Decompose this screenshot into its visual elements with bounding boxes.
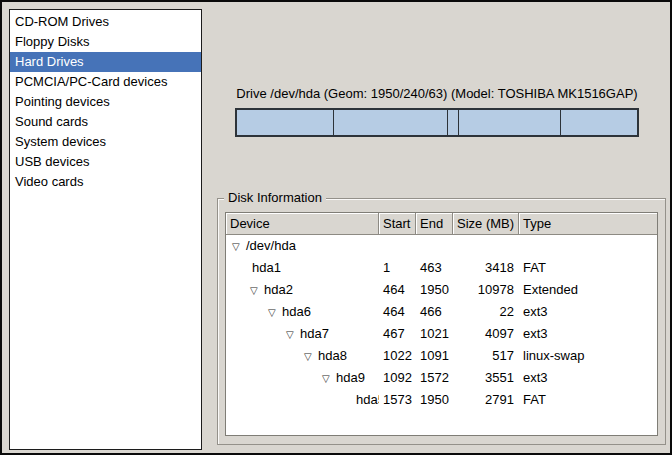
disk-information-frame: Disk Information DeviceStartEndSize (MB)…: [217, 198, 666, 445]
device-name: hda7: [300, 326, 329, 341]
cell-type: linux-swap: [519, 345, 657, 367]
table-row-hda8[interactable]: ▽hda810221091517linux-swap: [226, 345, 657, 367]
cell-start: 464: [379, 279, 416, 301]
tree-expander-icon[interactable]: ▽: [304, 346, 318, 367]
cell-end: 463: [416, 257, 453, 279]
column-header-type[interactable]: Type: [519, 213, 657, 234]
tree-expander-icon[interactable]: ▽: [268, 302, 282, 323]
partition-segment-hda9: [459, 110, 561, 135]
cell-type: ext3: [519, 323, 657, 345]
cell-start: 1022: [379, 345, 416, 367]
cell-type: ext3: [519, 367, 657, 389]
sidebar-item-video-cards[interactable]: Video cards: [10, 172, 201, 192]
cell-type: [519, 235, 657, 257]
partition-segment-hda7: [334, 110, 448, 135]
cell-size: 10978: [453, 279, 519, 301]
partition-segment-hda1: [237, 110, 334, 135]
device-name: hda1: [252, 260, 281, 275]
cell-size: [453, 235, 519, 257]
cell-end: 1950: [416, 279, 453, 301]
partition-segment-hda8: [448, 110, 459, 135]
column-header-start[interactable]: Start: [379, 213, 416, 234]
cell-start: 1092: [379, 367, 416, 389]
cell-type: Extended: [519, 279, 657, 301]
device-name: hda2: [264, 282, 293, 297]
device-name: /dev/hda: [246, 238, 296, 253]
device-name: hda6: [282, 304, 311, 319]
device-category-list: CD-ROM DrivesFloppy DisksHard DrivesPCMC…: [9, 9, 202, 450]
cell-type: FAT: [519, 257, 657, 279]
device-name: hda8: [318, 348, 347, 363]
cell-type: FAT: [519, 389, 657, 411]
cell-type: ext3: [519, 301, 657, 323]
table-row-hda2[interactable]: ▽hda2464195010978Extended: [226, 279, 657, 301]
cell-device: ▽hda2: [226, 279, 379, 301]
sidebar-item-pointing-devices[interactable]: Pointing devices: [10, 92, 201, 112]
cell-end: 466: [416, 301, 453, 323]
device-name: hda5: [356, 392, 379, 407]
disk-table: DeviceStartEndSize (MB)Type ▽/dev/hdahda…: [225, 212, 658, 436]
cell-start: 464: [379, 301, 416, 323]
frame-title: Disk Information: [224, 190, 326, 206]
cell-device: hda1: [226, 257, 379, 279]
cell-start: 1: [379, 257, 416, 279]
cell-end: [416, 235, 453, 257]
drive-partition-bar: [235, 108, 639, 137]
cell-size: 3551: [453, 367, 519, 389]
sidebar-item-sound-cards[interactable]: Sound cards: [10, 112, 201, 132]
device-name: hda9: [336, 370, 365, 385]
cell-end: 1021: [416, 323, 453, 345]
table-row-dev-hda[interactable]: ▽/dev/hda: [226, 235, 657, 257]
cell-size: 4097: [453, 323, 519, 345]
cell-device: ▽hda6: [226, 301, 379, 323]
tree-expander-icon[interactable]: ▽: [250, 280, 264, 301]
table-row-hda6[interactable]: ▽hda646446622ext3: [226, 301, 657, 323]
sidebar-item-pcmcia-pc-card-devices[interactable]: PCMCIA/PC-Card devices: [10, 72, 201, 92]
sidebar-item-usb-devices[interactable]: USB devices: [10, 152, 201, 172]
disk-table-body: ▽/dev/hdahda114633418FAT▽hda246419501097…: [226, 235, 657, 435]
drive-info-label: Drive /dev/hda (Geom: 1950/240/63) (Mode…: [227, 86, 647, 101]
tree-expander-icon[interactable]: ▽: [322, 368, 336, 389]
sidebar-item-system-devices[interactable]: System devices: [10, 132, 201, 152]
cell-device: ▽hda8: [226, 345, 379, 367]
table-row-hda9[interactable]: ▽hda9109215723551ext3: [226, 367, 657, 389]
sidebar-item-hard-drives[interactable]: Hard Drives: [10, 52, 201, 72]
cell-start: 1573: [379, 389, 416, 411]
sidebar-item-cd-rom-drives[interactable]: CD-ROM Drives: [10, 12, 201, 32]
sidebar-item-floppy-disks[interactable]: Floppy Disks: [10, 32, 201, 52]
column-header-device[interactable]: Device: [226, 213, 379, 234]
cell-size: 517: [453, 345, 519, 367]
cell-size: 3418: [453, 257, 519, 279]
column-header-size-mb[interactable]: Size (MB): [453, 213, 519, 234]
cell-size: 22: [453, 301, 519, 323]
cell-end: 1091: [416, 345, 453, 367]
cell-end: 1572: [416, 367, 453, 389]
cell-device: ▽/dev/hda: [226, 235, 379, 257]
cell-start: [379, 235, 416, 257]
cell-device: ▽hda7: [226, 323, 379, 345]
table-row-hda1[interactable]: hda114633418FAT: [226, 257, 657, 279]
cell-start: 467: [379, 323, 416, 345]
tree-expander-icon[interactable]: ▽: [286, 324, 300, 345]
cell-size: 2791: [453, 389, 519, 411]
table-row-hda5[interactable]: hda5157319502791FAT: [226, 389, 657, 411]
column-header-end[interactable]: End: [416, 213, 453, 234]
cell-device: hda5: [226, 389, 379, 411]
table-row-hda7[interactable]: ▽hda746710214097ext3: [226, 323, 657, 345]
partition-segment-hda5: [561, 110, 637, 135]
disk-table-header: DeviceStartEndSize (MB)Type: [226, 213, 657, 235]
tree-expander-icon[interactable]: ▽: [232, 236, 246, 257]
hardware-browser-window: CD-ROM DrivesFloppy DisksHard DrivesPCMC…: [0, 0, 672, 455]
cell-device: ▽hda9: [226, 367, 379, 389]
cell-end: 1950: [416, 389, 453, 411]
